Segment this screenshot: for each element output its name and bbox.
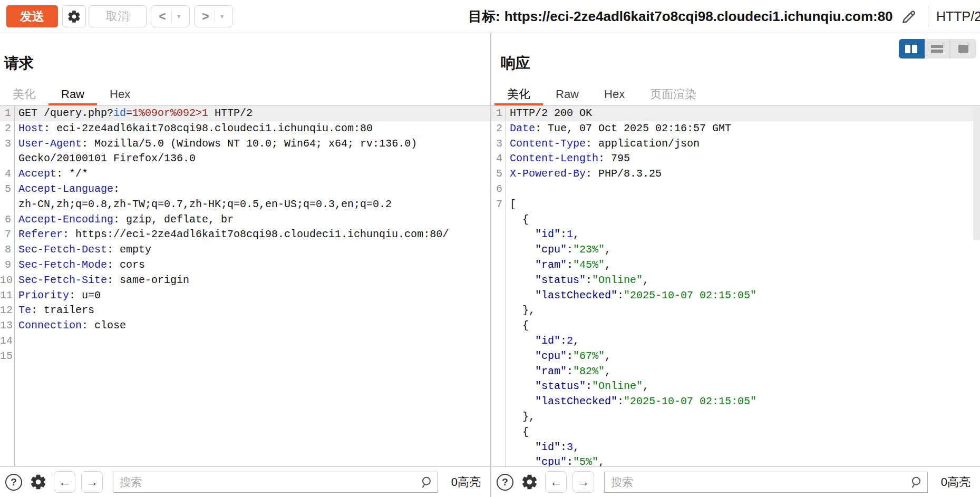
code-row: "cpu":"67%",	[491, 349, 980, 364]
search-icon[interactable]	[909, 475, 924, 490]
response-panel: 响应 美化RawHex页面渲染 \n 1HTTP/2 200 OK2Date: …	[491, 33, 980, 497]
scrollbar-thumb[interactable]	[973, 107, 980, 240]
request-panel-title: 请求	[4, 53, 34, 73]
line-number	[491, 318, 506, 334]
history-forward-button[interactable]	[194, 5, 233, 27]
code-row: 7[	[491, 197, 980, 212]
tab-render[interactable]: 页面渲染	[637, 84, 709, 105]
request-settings-button[interactable]	[62, 5, 86, 27]
help-icon[interactable]	[497, 474, 513, 491]
tab-beautify[interactable]: 美化	[0, 84, 48, 105]
code-row: {	[491, 212, 980, 228]
code-row: Gecko/20100101 Firefox/136.0	[0, 151, 490, 167]
code-row: 10Sec-Fetch-Site: same-origin	[0, 273, 490, 288]
code-text: "id":2,	[506, 334, 579, 349]
code-text: Accept-Encoding: gzip, deflate, br	[14, 212, 234, 228]
tab-hex[interactable]: Hex	[97, 84, 143, 105]
response-highlight-count: 0高亮	[941, 474, 971, 490]
line-number: 9	[0, 258, 14, 273]
code-text: "cpu":"23%",	[506, 242, 611, 258]
line-number: 2	[0, 121, 14, 137]
response-viewer: 1HTTP/2 200 OK2Date: Tue, 07 Oct 2025 02…	[491, 106, 980, 466]
code-text: Gecko/20100101 Firefox/136.0	[14, 151, 196, 167]
gutter-divider	[506, 106, 506, 466]
history-back-button[interactable]	[151, 5, 190, 27]
next-icon	[202, 9, 209, 24]
tab-raw[interactable]: Raw	[48, 84, 97, 105]
line-number: 7	[491, 197, 506, 212]
code-text	[506, 182, 510, 197]
tab-beautify[interactable]: 美化	[494, 84, 543, 105]
edit-target-button[interactable]	[897, 7, 920, 27]
tab-raw[interactable]: Raw	[543, 84, 591, 105]
request-search-input[interactable]	[113, 472, 438, 493]
layout-single-button[interactable]	[950, 39, 976, 59]
gear-icon	[521, 473, 538, 491]
code-row: 11Priority: u=0	[0, 288, 490, 304]
target-url: https://eci-2ze4adl6kait7o8cqi98.cloudec…	[504, 8, 893, 25]
layout-split-icon	[905, 45, 917, 53]
line-number: 11	[0, 288, 14, 304]
code-text: "status":"Online",	[506, 379, 649, 394]
line-number	[491, 303, 506, 318]
search-settings-button[interactable]	[519, 472, 539, 492]
code-text	[14, 349, 18, 364]
find-next-button[interactable]	[81, 471, 103, 493]
code-text: "cpu":"67%",	[506, 349, 611, 364]
response-search-input[interactable]	[604, 472, 928, 493]
code-row: "status":"Online",	[491, 379, 980, 394]
search-icon[interactable]	[420, 475, 434, 490]
line-number	[491, 242, 506, 258]
code-text: User-Agent: Mozilla/5.0 (Windows NT 10.0…	[14, 137, 417, 152]
line-number	[491, 394, 506, 410]
line-number: 1	[491, 106, 506, 121]
line-number: 3	[491, 137, 506, 152]
code-text: [	[506, 197, 516, 212]
code-text: "cpu":"5%",	[506, 455, 605, 466]
gear-icon	[30, 473, 47, 491]
line-number	[491, 349, 506, 364]
tab-hex[interactable]: Hex	[591, 84, 637, 105]
find-previous-button[interactable]	[545, 471, 567, 493]
code-row: 9Sec-Fetch-Mode: cors	[0, 258, 490, 273]
code-row: "id":3,	[491, 440, 980, 455]
code-text: Accept-Language:	[14, 182, 120, 197]
search-settings-button[interactable]	[28, 472, 48, 492]
cancel-button[interactable]: 取消	[89, 5, 147, 27]
layout-split-button[interactable]	[899, 39, 925, 59]
code-text: zh-CN,zh;q=0.8,zh-TW;q=0.7,zh-HK;q=0.5,e…	[14, 197, 392, 212]
toolbar-divider	[928, 6, 928, 27]
code-row: 6Accept-Encoding: gzip, deflate, br	[0, 212, 490, 228]
line-number: 3	[0, 137, 14, 152]
help-icon[interactable]	[5, 474, 22, 491]
layout-stacked-icon	[931, 45, 943, 53]
dropdown-icon[interactable]	[219, 13, 225, 20]
line-number	[491, 288, 506, 304]
send-button[interactable]: 发送	[6, 5, 58, 27]
line-number	[491, 334, 506, 349]
request-editor[interactable]: 1GET /query.php?id=1%09or%092>1 HTTP/22H…	[0, 106, 490, 466]
edit-icon	[900, 7, 917, 27]
code-row: {	[491, 425, 980, 440]
line-number: 15	[0, 349, 14, 364]
button-divider	[215, 9, 215, 23]
code-row: "cpu":"5%",	[491, 455, 980, 466]
line-number	[491, 455, 506, 466]
find-next-button[interactable]	[573, 471, 594, 493]
code-text: "lastChecked":"2025-10-07 02:15:05"	[506, 394, 756, 410]
protocol-selector[interactable]: HTTP/2	[936, 0, 980, 33]
dropdown-icon[interactable]	[176, 13, 182, 20]
layout-stacked-button[interactable]	[925, 39, 950, 59]
response-panel-title: 响应	[501, 53, 530, 73]
find-previous-button[interactable]	[54, 471, 75, 493]
code-row: {	[491, 318, 980, 334]
code-row: "ram":"82%",	[491, 364, 980, 379]
code-text: Connection: close	[14, 318, 126, 334]
line-number: 6	[0, 212, 14, 228]
code-row: 5Accept-Language:	[0, 182, 490, 197]
request-search-bar: 0高亮	[0, 466, 490, 497]
target-label: 目标:	[468, 7, 500, 26]
line-number	[491, 227, 506, 242]
code-text: Host: eci-2ze4adl6kait7o8cqi98.cloudeci1…	[14, 121, 373, 137]
code-row: "cpu":"23%",	[491, 242, 980, 258]
